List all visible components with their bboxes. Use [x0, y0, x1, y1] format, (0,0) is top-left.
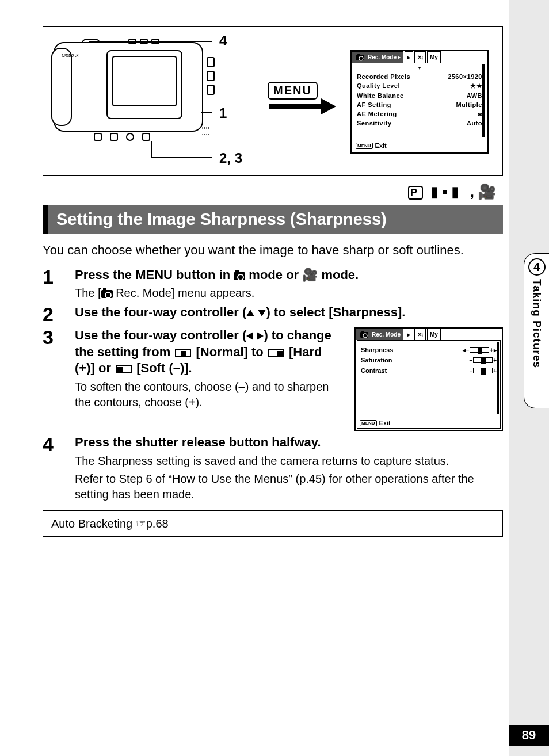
chapter-number: 4 [528, 258, 546, 276]
manual-page: 4 Taking Pictures 89 Optio X ∷∷∷∷∷∷ 4 1 [0, 0, 549, 756]
callout-1: 1 [219, 105, 227, 121]
section-heading: Setting the Image Sharpness (Sharpness) [43, 205, 503, 234]
filmstrip-icon: ▮▪▮ [430, 183, 462, 200]
sharpness-hard-icon [268, 349, 284, 357]
program-mode-icon: P [408, 186, 423, 200]
down-arrow-icon [258, 310, 266, 316]
top-figure: Optio X ∷∷∷∷∷∷ 4 1 2, 3 MENU Rec. Mode▸ [43, 26, 503, 176]
sharpness-soft-icon [116, 365, 132, 373]
up-arrow-icon [246, 310, 254, 316]
cross-reference-box: Auto Bracketing ☞p.68 [43, 510, 503, 537]
right-arrow-icon [257, 332, 264, 340]
left-arrow-icon [246, 332, 253, 340]
step-4: 4 Press the shutter release button halfw… [43, 434, 503, 502]
step-2: 2 Use the four-way controller ( ) to sel… [43, 304, 503, 324]
callout-2-3: 2, 3 [219, 150, 242, 166]
capture-mode-icon [101, 290, 113, 298]
step-1: 1 Press the MENU button in mode or 🎥 mod… [43, 267, 503, 301]
lcd-rec-mode-menu: Rec. Mode▸ ▸ ✕ᵢ My ▾ Recorded Pixels2560… [350, 50, 489, 154]
menu-button-badge: MENU [268, 82, 318, 100]
camera-illustration: Optio X ∷∷∷∷∷∷ [54, 42, 215, 140]
arrow-icon [269, 101, 338, 112]
camera-logo: Optio X [62, 52, 79, 58]
page-content: Optio X ∷∷∷∷∷∷ 4 1 2, 3 MENU Rec. Mode▸ [43, 26, 503, 537]
movie-mode-icon: 🎥 [302, 267, 318, 284]
lcd-sharpness-menu: Rec. Mode ▸ ✕ᵢ My Sharpness ◂–+▸ Satura [354, 327, 503, 431]
chapter-title: Taking Pictures [531, 279, 543, 368]
camera-icon [356, 55, 364, 60]
play-icon: ▸ [407, 54, 410, 60]
movie-mode-icon: ,🎥 [470, 183, 500, 201]
camera-icon [360, 332, 368, 338]
mode-icons-row: P ▮▪▮ ,🎥 [43, 183, 500, 201]
sharpness-normal-icon [175, 349, 191, 357]
capture-mode-icon [234, 272, 245, 280]
page-number: 89 [509, 725, 549, 746]
play-icon: ▸ [407, 331, 410, 338]
chapter-thumb-tab: 4 Taking Pictures [524, 253, 549, 408]
intro-text: You can choose whether you want the imag… [43, 242, 503, 259]
setup-icon: ✕ᵢ [417, 54, 423, 60]
page-ref: ☞p.68 [136, 517, 169, 530]
step-3: 3 Use the four-way controller ( ) to cha… [43, 327, 503, 431]
callout-4: 4 [219, 33, 227, 49]
setup-icon: ✕ᵢ [417, 331, 423, 338]
